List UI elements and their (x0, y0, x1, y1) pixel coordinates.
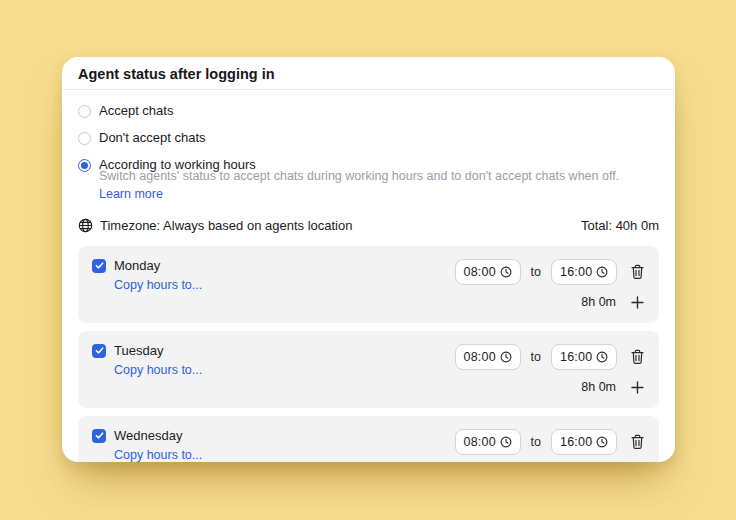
day-checkbox-checked[interactable] (92, 344, 106, 358)
time-to-field[interactable]: 16:00 (551, 259, 617, 285)
time-from-field[interactable]: 08:00 (455, 259, 521, 285)
time-to-field[interactable]: 16:00 (551, 344, 617, 370)
time-to-value: 16:00 (560, 435, 592, 449)
copy-hours-link[interactable]: Copy hours to... (114, 363, 202, 377)
time-to-field[interactable]: 16:00 (551, 429, 617, 455)
radio-dont-accept-chats[interactable]: Don't accept chats (78, 130, 659, 146)
time-from-field[interactable]: 08:00 (455, 429, 521, 455)
copy-hours-link[interactable]: Copy hours to... (114, 278, 202, 292)
to-separator: to (531, 350, 541, 364)
day-total-hours: 8h 0m (581, 295, 616, 309)
to-separator: to (531, 435, 541, 449)
radio-label: Accept chats (99, 103, 173, 119)
add-hours-button[interactable] (631, 381, 644, 394)
day-row-monday: Monday Copy hours to... 08:00 to 16:00 (78, 246, 659, 323)
radio-accept-chats[interactable]: Accept chats (78, 103, 659, 119)
day-name: Wednesday (114, 428, 182, 443)
delete-hours-button[interactable] (630, 434, 645, 450)
timezone-label: Timezone: Always based on agents locatio… (100, 218, 352, 233)
copy-hours-link[interactable]: Copy hours to... (114, 448, 202, 462)
agent-status-radio-group: Accept chats Don't accept chats Accordin… (62, 90, 675, 173)
day-name: Tuesday (114, 343, 163, 358)
clock-icon (500, 266, 512, 278)
working-hours-description: Switch agents' status to accept chats du… (99, 169, 659, 184)
globe-icon (78, 218, 93, 233)
day-checkbox-checked[interactable] (92, 429, 106, 443)
day-row-wednesday: Wednesday Copy hours to... 08:00 to 16:0… (78, 416, 659, 462)
working-hours-card: Agent status after logging in Accept cha… (62, 57, 675, 462)
learn-more-link[interactable]: Learn more (99, 187, 163, 202)
timezone-info: Timezone: Always based on agents locatio… (78, 218, 352, 233)
working-hours-list: Monday Copy hours to... 08:00 to 16:00 (62, 246, 675, 462)
radio-icon[interactable] (78, 132, 91, 145)
clock-icon (596, 351, 608, 363)
radio-label: Don't accept chats (99, 130, 206, 146)
time-from-value: 08:00 (464, 265, 496, 279)
time-from-field[interactable]: 08:00 (455, 344, 521, 370)
time-to-value: 16:00 (560, 265, 592, 279)
delete-hours-button[interactable] (630, 349, 645, 365)
day-name: Monday (114, 258, 160, 273)
day-checkbox-checked[interactable] (92, 259, 106, 273)
time-from-value: 08:00 (464, 435, 496, 449)
to-separator: to (531, 265, 541, 279)
page-title: Agent status after logging in (62, 57, 675, 90)
clock-icon (500, 351, 512, 363)
timezone-row: Timezone: Always based on agents locatio… (62, 218, 675, 233)
radio-selected-icon[interactable] (78, 159, 91, 172)
delete-hours-button[interactable] (630, 264, 645, 280)
add-hours-button[interactable] (631, 296, 644, 309)
day-row-tuesday: Tuesday Copy hours to... 08:00 to 16:00 (78, 331, 659, 408)
day-total-hours: 8h 0m (581, 380, 616, 394)
time-to-value: 16:00 (560, 350, 592, 364)
page-background: { "page": { "title": "Agent status after… (0, 0, 736, 520)
clock-icon (500, 436, 512, 448)
radio-icon[interactable] (78, 105, 91, 118)
total-hours-label: Total: 40h 0m (581, 218, 659, 233)
clock-icon (596, 436, 608, 448)
time-from-value: 08:00 (464, 350, 496, 364)
clock-icon (596, 266, 608, 278)
